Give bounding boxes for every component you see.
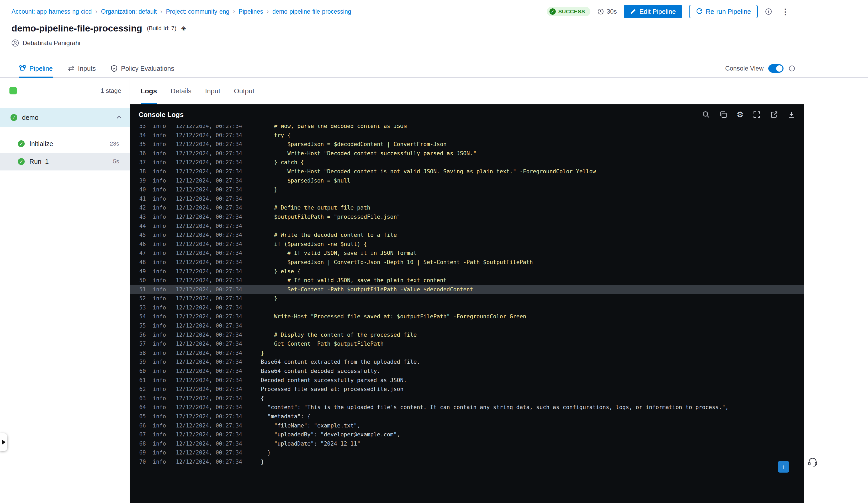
log-row[interactable]: 68 info 12/12/2024, 00:27:34 "uploadDate… (130, 439, 804, 449)
log-message: "uploadDate": "2024-12-11" (261, 439, 360, 449)
info-icon[interactable] (765, 8, 773, 15)
log-line-number: 53 (136, 303, 146, 312)
log-line-number: 56 (136, 331, 146, 339)
log-line-number: 48 (136, 258, 146, 267)
log-message: "fileName": "example.txt", (261, 421, 360, 430)
log-row[interactable]: 55 info 12/12/2024, 00:27:34 (130, 321, 804, 331)
log-row[interactable]: 70 info 12/12/2024, 00:27:34 } (130, 457, 804, 467)
step-list: ✓ Initialize 23s ✓ Run_1 5s (0, 135, 130, 170)
breadcrumb-link[interactable]: Pipelines (238, 8, 263, 15)
log-level: info (153, 385, 166, 394)
harness-pipeline-execution-page: Account: app-harness-ng-cicd › Organizat… (0, 0, 868, 503)
log-row[interactable]: 62 info 12/12/2024, 00:27:34 Processed f… (130, 385, 804, 394)
log-scroll-area[interactable]: 33 info 12/12/2024, 00:27:34 # Now, pars… (130, 125, 804, 503)
log-row[interactable]: 50 info 12/12/2024, 00:27:34 # If not va… (130, 276, 804, 285)
log-row[interactable]: 37 info 12/12/2024, 00:27:34 } catch { (130, 158, 804, 167)
log-row[interactable]: 59 info 12/12/2024, 00:27:34 Base64 cont… (130, 357, 804, 367)
log-message: "metadata": { (261, 412, 311, 421)
log-row[interactable]: 46 info 12/12/2024, 00:27:34 if ($parsed… (130, 240, 804, 249)
fullscreen-icon[interactable] (753, 111, 761, 119)
rerun-pipeline-button[interactable]: Re-run Pipeline (689, 5, 758, 18)
log-tab[interactable]: Input (205, 77, 220, 104)
log-row[interactable]: 56 info 12/12/2024, 00:27:34 # Display t… (130, 331, 804, 339)
pencil-icon (630, 8, 636, 15)
tab-policy-evaluations-label: Policy Evaluations (121, 65, 174, 72)
log-row[interactable]: 36 info 12/12/2024, 00:27:34 Write-Host … (130, 149, 804, 158)
log-row[interactable]: 34 info 12/12/2024, 00:27:34 try { (130, 131, 804, 140)
log-message: # Display the content of the processed f… (261, 331, 417, 339)
chevron-up-icon[interactable] (116, 114, 122, 120)
log-level: info (153, 457, 166, 467)
log-tab[interactable]: Details (170, 77, 191, 104)
console-view-info-icon[interactable] (788, 65, 796, 72)
step-row[interactable]: ✓ Initialize 23s (0, 135, 130, 153)
log-level: info (153, 276, 166, 285)
log-timestamp: 12/12/2024, 00:27:34 (176, 203, 242, 212)
log-row[interactable]: 40 info 12/12/2024, 00:27:34 } (130, 185, 804, 194)
step-row[interactable]: ✓ Run_1 5s (0, 153, 130, 170)
tab-inputs[interactable]: Inputs (68, 60, 96, 77)
left-panel-expander[interactable] (0, 433, 7, 451)
log-row[interactable]: 43 info 12/12/2024, 00:27:34 $outputFile… (130, 212, 804, 222)
log-line-number: 37 (136, 158, 146, 167)
log-row[interactable]: 45 info 12/12/2024, 00:27:34 # Write the… (130, 231, 804, 240)
edit-pipeline-button[interactable]: Edit Pipeline (624, 5, 682, 18)
log-row[interactable]: 60 info 12/12/2024, 00:27:34 Base64 cont… (130, 367, 804, 376)
log-row[interactable]: 47 info 12/12/2024, 00:27:34 # If valid … (130, 249, 804, 258)
log-row[interactable]: 35 info 12/12/2024, 00:27:34 $parsedJson… (130, 140, 804, 149)
log-level: info (153, 203, 166, 212)
search-icon[interactable] (702, 111, 710, 119)
log-tab[interactable]: Logs (141, 77, 157, 104)
open-in-new-icon[interactable] (770, 111, 778, 119)
log-row[interactable]: 54 info 12/12/2024, 00:27:34 Write-Host … (130, 312, 804, 321)
more-options-icon[interactable]: ⋮ (779, 7, 792, 16)
log-message: $parsedJson | ConvertTo-Json -Depth 10 |… (261, 258, 533, 267)
log-tab[interactable]: Output (234, 77, 254, 104)
log-level: info (153, 167, 166, 176)
log-message: Processed file saved at: processedFile.j… (261, 385, 404, 394)
log-row[interactable]: 52 info 12/12/2024, 00:27:34 } (130, 294, 804, 303)
pipeline-icon (19, 65, 26, 72)
log-row[interactable]: 39 info 12/12/2024, 00:27:34 $parsedJson… (130, 176, 804, 186)
copy-logs-icon[interactable] (719, 111, 727, 119)
log-timestamp: 12/12/2024, 00:27:34 (176, 267, 242, 276)
log-row[interactable]: 51 info 12/12/2024, 00:27:34 Set-Content… (130, 285, 804, 294)
scroll-to-top-button[interactable]: ↑ (778, 461, 789, 473)
rerun-pipeline-label: Re-run Pipeline (706, 8, 751, 15)
log-line-number: 33 (136, 125, 146, 131)
tab-policy-evaluations[interactable]: Policy Evaluations (111, 60, 174, 77)
log-row[interactable]: 53 info 12/12/2024, 00:27:34 (130, 303, 804, 312)
log-row[interactable]: 33 info 12/12/2024, 00:27:34 # Now, pars… (130, 125, 804, 131)
log-row[interactable]: 69 info 12/12/2024, 00:27:34 } (130, 448, 804, 457)
log-timestamp: 12/12/2024, 00:27:34 (176, 421, 242, 430)
breadcrumb-link[interactable]: Account: app-harness-ng-cicd (12, 8, 92, 15)
log-message: "uploadedBy": "developer@example.com", (261, 430, 400, 439)
log-row[interactable]: 58 info 12/12/2024, 00:27:34 } (130, 348, 804, 358)
stage-row-demo[interactable]: ✓ demo (0, 108, 130, 127)
support-headset-icon[interactable] (807, 456, 818, 469)
breadcrumb-link[interactable]: demo-pipeline-file-processing (272, 8, 351, 15)
log-row[interactable]: 66 info 12/12/2024, 00:27:34 "fileName":… (130, 421, 804, 430)
tab-pipeline[interactable]: Pipeline (19, 60, 53, 77)
breadcrumb: Account: app-harness-ng-cicd › Organizat… (12, 8, 351, 15)
log-row[interactable]: 57 info 12/12/2024, 00:27:34 Get-Content… (130, 339, 804, 348)
log-row[interactable]: 63 info 12/12/2024, 00:27:34 { (130, 394, 804, 403)
log-row[interactable]: 38 info 12/12/2024, 00:27:34 Write-Host … (130, 167, 804, 176)
log-row[interactable]: 48 info 12/12/2024, 00:27:34 $parsedJson… (130, 258, 804, 267)
log-row[interactable]: 61 info 12/12/2024, 00:27:34 Decoded con… (130, 376, 804, 385)
log-row[interactable]: 49 info 12/12/2024, 00:27:34 } else { (130, 267, 804, 276)
log-row[interactable]: 64 info 12/12/2024, 00:27:34 "content": … (130, 403, 804, 412)
log-tab-bar: LogsDetailsInputOutput (130, 77, 804, 104)
download-icon[interactable] (787, 111, 796, 119)
log-line-number: 69 (136, 448, 146, 457)
breadcrumb-separator-icon: › (160, 8, 162, 15)
breadcrumb-link[interactable]: Organization: default (101, 8, 157, 15)
settings-gear-icon[interactable]: ⚙ (736, 111, 744, 119)
log-row[interactable]: 67 info 12/12/2024, 00:27:34 "uploadedBy… (130, 430, 804, 439)
breadcrumb-link[interactable]: Project: community-eng (166, 8, 229, 15)
log-row[interactable]: 44 info 12/12/2024, 00:27:34 (130, 222, 804, 231)
log-row[interactable]: 65 info 12/12/2024, 00:27:34 "metadata":… (130, 412, 804, 421)
log-row[interactable]: 41 info 12/12/2024, 00:27:34 (130, 194, 804, 203)
log-row[interactable]: 42 info 12/12/2024, 00:27:34 # Define th… (130, 203, 804, 212)
console-view-toggle[interactable] (768, 64, 784, 73)
